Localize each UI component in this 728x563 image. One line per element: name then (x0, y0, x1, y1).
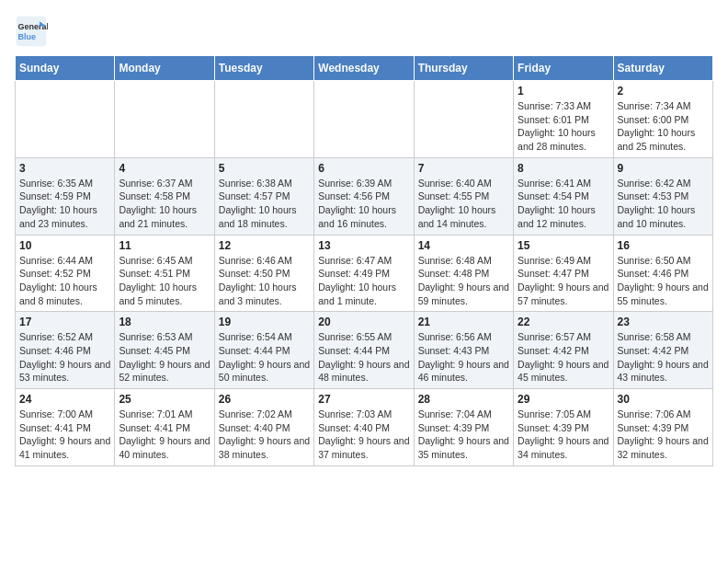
day-info: Sunrise: 6:57 AMSunset: 4:42 PMDaylight:… (518, 330, 609, 385)
calendar-cell: 17Sunrise: 6:52 AMSunset: 4:46 PMDayligh… (16, 312, 115, 389)
day-info: Sunrise: 6:41 AMSunset: 4:54 PMDaylight:… (518, 177, 609, 231)
day-info: Sunrise: 6:37 AMSunset: 4:58 PMDaylight:… (119, 177, 210, 231)
day-info: Sunrise: 6:49 AMSunset: 4:47 PMDaylight:… (518, 254, 609, 308)
day-number: 3 (19, 162, 110, 175)
day-number: 12 (219, 239, 310, 252)
calendar-cell: 1Sunrise: 7:33 AMSunset: 6:01 PMDaylight… (514, 81, 613, 158)
column-header-sunday: Sunday (16, 56, 115, 81)
day-number: 17 (19, 316, 110, 328)
day-number: 10 (19, 239, 110, 252)
day-number: 16 (618, 239, 709, 252)
calendar-cell: 13Sunrise: 6:47 AMSunset: 4:49 PMDayligh… (314, 235, 414, 312)
day-number: 21 (418, 316, 509, 328)
calendar-cell (214, 81, 313, 158)
day-number: 20 (318, 316, 409, 328)
day-number: 28 (418, 393, 509, 406)
calendar-cell (314, 81, 414, 158)
day-number: 30 (618, 393, 709, 406)
calendar-cell: 24Sunrise: 7:00 AMSunset: 4:41 PMDayligh… (16, 389, 115, 466)
day-info: Sunrise: 6:52 AMSunset: 4:46 PMDaylight:… (19, 330, 110, 385)
day-number: 5 (219, 162, 310, 175)
calendar-week-3: 10Sunrise: 6:44 AMSunset: 4:52 PMDayligh… (16, 235, 713, 312)
calendar-cell: 25Sunrise: 7:01 AMSunset: 4:41 PMDayligh… (115, 389, 214, 466)
day-info: Sunrise: 6:48 AMSunset: 4:48 PMDaylight:… (418, 254, 509, 308)
day-number: 9 (618, 162, 709, 175)
calendar-cell: 11Sunrise: 6:45 AMSunset: 4:51 PMDayligh… (115, 235, 214, 312)
day-number: 27 (318, 393, 409, 406)
day-info: Sunrise: 6:40 AMSunset: 4:55 PMDaylight:… (418, 177, 509, 231)
calendar-cell: 19Sunrise: 6:54 AMSunset: 4:44 PMDayligh… (214, 312, 313, 389)
calendar-cell: 8Sunrise: 6:41 AMSunset: 4:54 PMDaylight… (514, 157, 613, 235)
calendar-cell: 3Sunrise: 6:35 AMSunset: 4:59 PMDaylight… (16, 157, 115, 235)
calendar-week-4: 17Sunrise: 6:52 AMSunset: 4:46 PMDayligh… (16, 312, 713, 389)
day-number: 11 (119, 239, 210, 252)
svg-text:Blue: Blue (18, 32, 37, 41)
calendar-cell: 6Sunrise: 6:39 AMSunset: 4:56 PMDaylight… (314, 157, 414, 235)
day-info: Sunrise: 7:33 AMSunset: 6:01 PMDaylight:… (518, 99, 609, 154)
calendar-cell (115, 81, 214, 158)
calendar-cell: 29Sunrise: 7:05 AMSunset: 4:39 PMDayligh… (514, 389, 613, 466)
calendar-cell: 30Sunrise: 7:06 AMSunset: 4:39 PMDayligh… (613, 389, 712, 466)
day-info: Sunrise: 7:04 AMSunset: 4:39 PMDaylight:… (418, 408, 509, 462)
calendar-cell: 9Sunrise: 6:42 AMSunset: 4:53 PMDaylight… (613, 157, 712, 235)
calendar-cell: 27Sunrise: 7:03 AMSunset: 4:40 PMDayligh… (314, 389, 414, 466)
calendar-cell (16, 81, 115, 158)
day-info: Sunrise: 7:00 AMSunset: 4:41 PMDaylight:… (19, 408, 110, 462)
day-number: 29 (518, 393, 609, 406)
calendar-week-2: 3Sunrise: 6:35 AMSunset: 4:59 PMDaylight… (16, 157, 713, 235)
column-header-tuesday: Tuesday (214, 56, 313, 81)
calendar: SundayMondayTuesdayWednesdayThursdayFrid… (15, 55, 713, 466)
calendar-cell (414, 81, 513, 158)
day-number: 6 (318, 162, 409, 175)
day-number: 19 (219, 316, 310, 328)
calendar-cell: 12Sunrise: 6:46 AMSunset: 4:50 PMDayligh… (214, 235, 313, 312)
calendar-cell: 10Sunrise: 6:44 AMSunset: 4:52 PMDayligh… (16, 235, 115, 312)
day-info: Sunrise: 7:34 AMSunset: 6:00 PMDaylight:… (618, 99, 709, 154)
day-number: 24 (19, 393, 110, 406)
day-number: 4 (119, 162, 210, 175)
day-number: 26 (219, 393, 310, 406)
column-header-friday: Friday (514, 56, 613, 81)
day-info: Sunrise: 6:55 AMSunset: 4:44 PMDaylight:… (318, 330, 409, 385)
day-info: Sunrise: 6:44 AMSunset: 4:52 PMDaylight:… (19, 254, 110, 308)
day-number: 23 (618, 316, 709, 328)
day-number: 14 (418, 239, 509, 252)
calendar-week-5: 24Sunrise: 7:00 AMSunset: 4:41 PMDayligh… (16, 389, 713, 466)
day-info: Sunrise: 6:56 AMSunset: 4:43 PMDaylight:… (418, 330, 509, 385)
day-info: Sunrise: 6:42 AMSunset: 4:53 PMDaylight:… (618, 177, 709, 231)
calendar-week-1: 1Sunrise: 7:33 AMSunset: 6:01 PMDaylight… (16, 81, 713, 158)
day-info: Sunrise: 6:35 AMSunset: 4:59 PMDaylight:… (19, 177, 110, 231)
logo-icon: General Blue (15, 15, 48, 48)
day-number: 8 (518, 162, 609, 175)
calendar-cell: 23Sunrise: 6:58 AMSunset: 4:42 PMDayligh… (613, 312, 712, 389)
svg-text:General: General (18, 22, 48, 31)
day-info: Sunrise: 6:58 AMSunset: 4:42 PMDaylight:… (618, 330, 709, 385)
calendar-cell: 15Sunrise: 6:49 AMSunset: 4:47 PMDayligh… (514, 235, 613, 312)
calendar-cell: 2Sunrise: 7:34 AMSunset: 6:00 PMDaylight… (613, 81, 712, 158)
day-info: Sunrise: 7:06 AMSunset: 4:39 PMDaylight:… (618, 408, 709, 462)
calendar-cell: 4Sunrise: 6:37 AMSunset: 4:58 PMDaylight… (115, 157, 214, 235)
calendar-cell: 26Sunrise: 7:02 AMSunset: 4:40 PMDayligh… (214, 389, 313, 466)
day-info: Sunrise: 6:46 AMSunset: 4:50 PMDaylight:… (219, 254, 310, 308)
day-info: Sunrise: 7:05 AMSunset: 4:39 PMDaylight:… (518, 408, 609, 462)
day-number: 2 (618, 85, 709, 98)
column-header-thursday: Thursday (414, 56, 513, 81)
calendar-cell: 28Sunrise: 7:04 AMSunset: 4:39 PMDayligh… (414, 389, 513, 466)
column-header-saturday: Saturday (613, 56, 712, 81)
day-info: Sunrise: 7:01 AMSunset: 4:41 PMDaylight:… (119, 408, 210, 462)
calendar-cell: 7Sunrise: 6:40 AMSunset: 4:55 PMDaylight… (414, 157, 513, 235)
day-number: 25 (119, 393, 210, 406)
calendar-cell: 5Sunrise: 6:38 AMSunset: 4:57 PMDaylight… (214, 157, 313, 235)
calendar-cell: 20Sunrise: 6:55 AMSunset: 4:44 PMDayligh… (314, 312, 414, 389)
day-info: Sunrise: 7:03 AMSunset: 4:40 PMDaylight:… (318, 408, 409, 462)
day-info: Sunrise: 6:38 AMSunset: 4:57 PMDaylight:… (219, 177, 310, 231)
day-info: Sunrise: 6:50 AMSunset: 4:46 PMDaylight:… (618, 254, 709, 308)
day-number: 7 (418, 162, 509, 175)
calendar-cell: 21Sunrise: 6:56 AMSunset: 4:43 PMDayligh… (414, 312, 513, 389)
day-info: Sunrise: 7:02 AMSunset: 4:40 PMDaylight:… (219, 408, 310, 462)
calendar-header-row: SundayMondayTuesdayWednesdayThursdayFrid… (16, 56, 713, 81)
day-number: 18 (119, 316, 210, 328)
day-number: 1 (518, 85, 609, 98)
day-info: Sunrise: 6:39 AMSunset: 4:56 PMDaylight:… (318, 177, 409, 231)
calendar-cell: 22Sunrise: 6:57 AMSunset: 4:42 PMDayligh… (514, 312, 613, 389)
